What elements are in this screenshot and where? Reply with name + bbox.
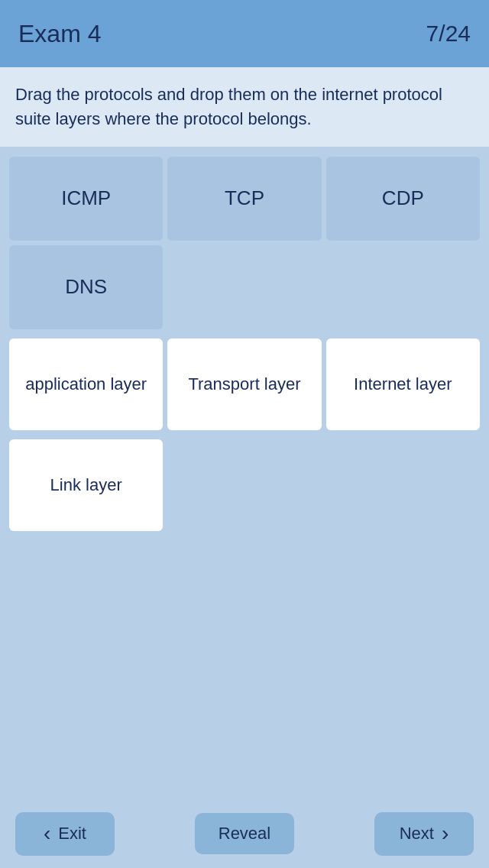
dropzone-grid-row2: Link layer [9, 439, 480, 531]
protocol-grid-row2: DNS [9, 245, 480, 329]
protocol-cdp[interactable]: CDP [326, 157, 480, 241]
header: Exam 4 7/24 [0, 0, 489, 67]
exit-button[interactable]: Exit [15, 812, 115, 856]
footer: Exit Reveal Next [0, 799, 489, 868]
chevron-left-icon [44, 823, 50, 845]
main-content: ICMP TCP CDP DNS application layer Trans… [0, 147, 489, 799]
instruction-text: Drag the protocols and drop them on the … [0, 67, 489, 147]
protocol-grid-row1: ICMP TCP CDP [9, 157, 480, 241]
protocol-tcp[interactable]: TCP [167, 157, 321, 241]
protocol-empty-2 [326, 245, 480, 329]
dropzone-transport-layer[interactable]: Transport layer [167, 338, 321, 430]
next-button[interactable]: Next [374, 812, 474, 856]
progress-indicator: 7/24 [426, 21, 471, 47]
dropzone-internet-layer[interactable]: Internet layer [326, 338, 480, 430]
protocol-icmp[interactable]: ICMP [9, 157, 163, 241]
dropzone-empty-1 [167, 439, 321, 531]
dropzone-grid-row1: application layer Transport layer Intern… [9, 338, 480, 430]
protocol-dns[interactable]: DNS [9, 245, 163, 329]
exam-title: Exam 4 [18, 20, 101, 48]
dropzone-empty-2 [326, 439, 480, 531]
chevron-right-icon [442, 823, 449, 845]
dropzone-application-layer[interactable]: application layer [9, 338, 163, 430]
protocol-empty-1 [167, 245, 321, 329]
dropzone-link-layer[interactable]: Link layer [9, 439, 163, 531]
reveal-button[interactable]: Reveal [195, 813, 294, 854]
